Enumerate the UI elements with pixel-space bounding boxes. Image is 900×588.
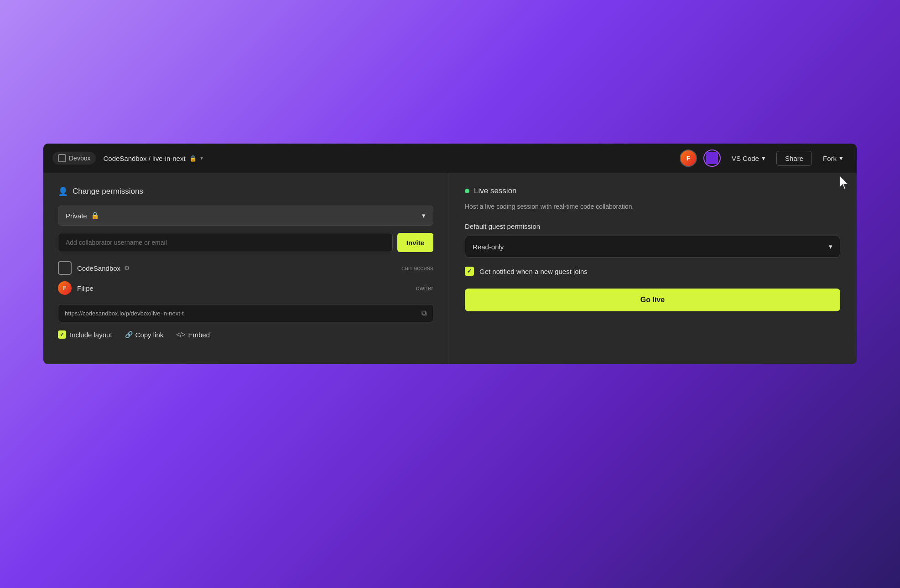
- permission-chevron-icon: ▾: [829, 242, 832, 251]
- fork-label: Fork: [823, 155, 837, 162]
- link-icon: 🔗: [125, 331, 133, 338]
- vscode-chevron-icon: ▾: [762, 154, 765, 162]
- embed-label: Embed: [188, 331, 210, 339]
- repo-path-text: CodeSandbox / live-in-next: [103, 155, 185, 162]
- devbox-badge: Devbox: [52, 152, 96, 165]
- privacy-chevron-icon: ▾: [422, 211, 426, 220]
- invite-button[interactable]: Invite: [397, 233, 433, 252]
- avatar-purple-inner: [706, 152, 718, 164]
- copy-link-icon[interactable]: ⧉: [421, 309, 427, 317]
- avatar-active-user: [703, 150, 721, 167]
- live-indicator-dot: [465, 189, 469, 193]
- lock-icon: 🔒: [189, 155, 197, 162]
- left-panel: 👤 Change permissions Private 🔒 ▾ Invite …: [43, 173, 448, 364]
- codesandbox-username: CodeSandbox ⚙: [77, 264, 396, 272]
- include-layout-toggle[interactable]: ✓ Include layout: [58, 330, 112, 339]
- vscode-button[interactable]: VS Code ▾: [727, 151, 770, 165]
- right-panel: Live session Host a live coding session …: [448, 173, 857, 364]
- embed-button[interactable]: </> Embed: [176, 331, 210, 339]
- share-link-url: https://codesandbox.io/p/devbox/live-in-…: [65, 310, 418, 317]
- codesandbox-icon: [58, 261, 72, 275]
- share-label: Share: [785, 155, 803, 162]
- copy-link-label: Copy link: [135, 331, 164, 339]
- live-session-description: Host a live coding session with real-tim…: [465, 202, 840, 211]
- guest-permission-label: Default guest permission: [465, 222, 840, 230]
- filipe-user-row: F Filipe owner: [58, 281, 433, 295]
- share-panel: 👤 Change permissions Private 🔒 ▾ Invite …: [43, 173, 857, 364]
- guest-permission-select[interactable]: Read-only ▾: [465, 236, 840, 258]
- privacy-select[interactable]: Private 🔒 ▾: [58, 206, 433, 226]
- notify-checkmark-icon: ✓: [467, 268, 472, 274]
- go-live-button[interactable]: Go live: [465, 289, 840, 311]
- collaborator-input[interactable]: [58, 233, 393, 252]
- topbar-right: F VS Code ▾ Share Fork ▾: [680, 150, 848, 167]
- codesandbox-user-row: CodeSandbox ⚙ can access: [58, 261, 433, 275]
- go-live-label: Go live: [640, 296, 665, 304]
- privacy-left: Private 🔒: [66, 211, 99, 220]
- devbox-icon: [58, 154, 66, 162]
- share-button[interactable]: Share: [776, 151, 812, 166]
- permissions-header: 👤 Change permissions: [58, 186, 433, 196]
- bottom-actions: ✓ Include layout 🔗 Copy link </> Embed: [58, 330, 433, 339]
- privacy-value: Private: [66, 212, 87, 220]
- vscode-label: VS Code: [732, 155, 759, 162]
- notify-checkbox[interactable]: ✓: [465, 267, 474, 276]
- filipe-avatar: F: [58, 281, 72, 295]
- fork-button[interactable]: Fork ▾: [818, 151, 848, 165]
- topbar: Devbox CodeSandbox / live-in-next 🔒 ▾ F …: [43, 144, 857, 173]
- include-layout-checkbox[interactable]: ✓: [58, 330, 66, 339]
- privacy-lock-icon: 🔒: [91, 211, 99, 220]
- chevron-down-icon: ▾: [200, 155, 203, 161]
- share-link-row: https://codesandbox.io/p/devbox/live-in-…: [58, 304, 433, 322]
- repo-path: CodeSandbox / live-in-next 🔒 ▾: [103, 155, 203, 162]
- person-icon: 👤: [58, 186, 68, 196]
- copy-link-button[interactable]: 🔗 Copy link: [125, 331, 164, 339]
- include-layout-label: Include layout: [70, 331, 112, 339]
- avatar-user: F: [680, 150, 697, 167]
- fork-chevron-icon: ▾: [839, 154, 843, 162]
- notify-label: Get notified when a new guest joins: [479, 268, 588, 275]
- guest-permission-value: Read-only: [473, 243, 504, 251]
- embed-icon: </>: [176, 331, 185, 338]
- checkmark-icon: ✓: [60, 331, 64, 338]
- live-session-header: Live session: [465, 186, 840, 196]
- codesandbox-gear-icon[interactable]: ⚙: [124, 264, 130, 272]
- invite-label: Invite: [406, 239, 424, 247]
- permissions-title: Change permissions: [73, 187, 143, 196]
- codesandbox-role: can access: [401, 264, 433, 272]
- invite-row: Invite: [58, 233, 433, 252]
- notify-row: ✓ Get notified when a new guest joins: [465, 267, 840, 276]
- filipe-role: owner: [416, 284, 433, 292]
- filipe-username: Filipe: [77, 284, 411, 292]
- live-session-title: Live session: [474, 186, 517, 196]
- devbox-label: Devbox: [69, 155, 90, 162]
